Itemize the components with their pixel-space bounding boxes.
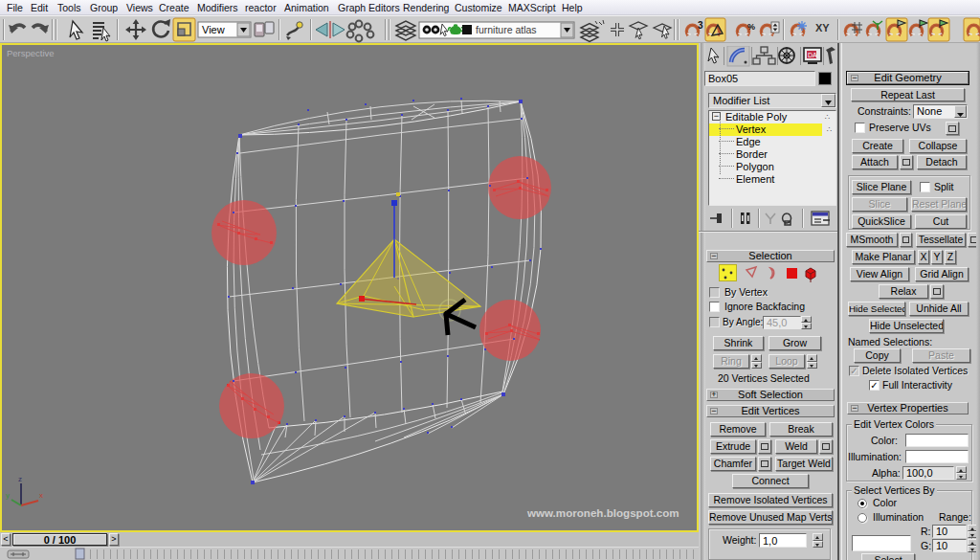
svg-text:View: View — [202, 24, 225, 35]
svg-text:z: z — [18, 475, 22, 483]
svg-text:x: x — [39, 491, 43, 500]
svg-text:DA: DA — [808, 52, 817, 58]
svg-text:3: 3 — [698, 20, 703, 31]
svg-text:furniture atlas: furniture atlas — [476, 24, 537, 35]
svg-text:www.moroneh.blogspot.com: www.moroneh.blogspot.com — [526, 506, 679, 519]
svg-text:%: % — [747, 22, 755, 32]
svg-text:XY: XY — [815, 22, 830, 34]
svg-text:y: y — [6, 491, 10, 500]
